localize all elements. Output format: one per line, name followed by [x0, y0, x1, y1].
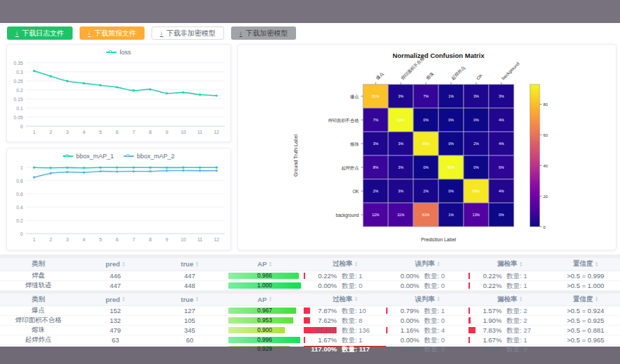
svg-text:1%: 1% [448, 94, 454, 98]
column-header-true[interactable]: true▲▼ [154, 258, 226, 271]
mis-rate-cell: 0.00%数量: 0 [386, 282, 468, 289]
column-header-漏检率[interactable]: 漏检率▲▼ [468, 294, 551, 306]
sort-icon[interactable]: ▲▼ [519, 296, 522, 302]
name-cell: 熔珠 [0, 326, 77, 335]
confidence-cell: >0.5 = 0.925 [551, 316, 620, 326]
svg-text:60: 60 [543, 133, 548, 137]
svg-text:11: 11 [198, 237, 202, 242]
svg-text:0.4: 0.4 [16, 205, 23, 210]
pred-cell: 132 [77, 316, 154, 326]
svg-text:Ground Truth Label: Ground Truth Label [293, 134, 298, 176]
svg-text:OK: OK [475, 73, 484, 81]
sort-icon[interactable]: ▲▼ [269, 261, 272, 267]
sort-icon[interactable]: ▲▼ [595, 296, 598, 302]
svg-text:10: 10 [181, 130, 186, 135]
metrics-table: 类别pred▲▼true▲▼AP▲▼过检率▲▼误判率▲▼漏检率▲▼置信度▲▼爆点… [0, 294, 620, 354]
over-rate-cell: 0.00%数量: 0 [304, 282, 386, 289]
svg-text:0.2: 0.2 [16, 88, 23, 93]
true-cell: 345 [154, 326, 226, 335]
svg-text:Normalized Confusion Matrix: Normalized Confusion Matrix [392, 52, 485, 59]
download-plain-model-button[interactable]: ↓ 下载非加密模型 [152, 26, 224, 40]
sort-icon[interactable]: ▲▼ [195, 296, 198, 302]
svg-text:20: 20 [543, 195, 548, 199]
svg-text:1: 1 [33, 237, 36, 242]
over-rate-cell: 39.42%数量: 136 [304, 326, 386, 334]
column-header-误判率[interactable]: 误判率▲▼ [386, 258, 468, 271]
name-cell: 焊缝轨迹 [0, 280, 77, 290]
svg-text:12: 12 [214, 130, 219, 135]
pred-cell: 63 [77, 335, 154, 345]
confusion-matrix-heatmap: Normalized Confusion Matrix81%3%7%1%3%3%… [238, 45, 616, 250]
column-header-类别: 类别 [0, 294, 77, 306]
pred-cell: 446 [77, 271, 154, 280]
svg-text:2%: 2% [473, 142, 479, 146]
miss-rate-cell: 0.00%数量: 0 [468, 345, 551, 353]
sort-icon[interactable]: ▲▼ [122, 296, 125, 302]
svg-text:4%: 4% [499, 189, 504, 193]
table-row: 起焊炸点63600.9961.67%数量: 10.00%数量: 01.67%数量… [0, 335, 620, 345]
svg-text:4: 4 [82, 237, 85, 242]
svg-text:9: 9 [165, 237, 168, 242]
column-header-pred[interactable]: pred▲▼ [77, 258, 154, 271]
column-header-true[interactable]: true▲▼ [154, 294, 226, 306]
svg-text:起焊炸点: 起焊炸点 [341, 165, 359, 171]
miss-rate-cell: 1.90%数量: 2 [468, 317, 551, 324]
svg-text:80: 80 [543, 103, 548, 107]
map-legend: bbox_mAP_1bbox_mAP_2 [7, 151, 230, 162]
toolbar: ↓ 下载日志文件 ↓ 下载简报文件 ↓ 下载非加密模型 ↓ 下载加密模型 [0, 23, 620, 43]
download-encrypted-model-button[interactable]: ↓ 下载加密模型 [231, 26, 297, 40]
svg-text:81%: 81% [372, 94, 380, 98]
svg-text:0%: 0% [423, 118, 429, 122]
svg-text:0%: 0% [473, 118, 479, 122]
mis-rate-cell: 0.00%数量: 0 [386, 345, 468, 353]
column-header-漏检率[interactable]: 漏检率▲▼ [468, 258, 551, 271]
svg-text:OK: OK [353, 189, 360, 194]
download-log-button[interactable]: ↓ 下载日志文件 [7, 26, 73, 40]
svg-text:11%: 11% [397, 213, 404, 217]
svg-text:熔珠: 熔珠 [350, 142, 359, 147]
mis-rate-cell: 0.00%数量: 0 [386, 336, 468, 344]
over-rate-cell: 0.22%数量: 1 [304, 272, 386, 280]
svg-text:7%: 7% [373, 118, 378, 122]
confidence-cell: >0.5 = 1.000 [551, 280, 620, 290]
sort-icon[interactable]: ▲▼ [122, 261, 125, 267]
column-header-过检率[interactable]: 过检率▲▼ [304, 258, 386, 271]
download-report-button[interactable]: ↓ 下载简报文件 [80, 26, 145, 40]
sort-icon[interactable]: ▲▼ [195, 261, 198, 267]
svg-text:0.8: 0.8 [16, 179, 23, 183]
map-chart-card: bbox_mAP_1bbox_mAP_2 00.20.40.60.8112345… [6, 148, 231, 250]
sort-icon[interactable]: ▲▼ [595, 261, 598, 267]
svg-text:0%: 0% [448, 118, 454, 122]
column-header-AP[interactable]: AP▲▼ [226, 294, 304, 306]
column-header-置信度[interactable]: 置信度▲▼ [551, 258, 620, 271]
column-header-AP[interactable]: AP▲▼ [226, 258, 304, 271]
loss-line-chart: 00.050.10.150.20.250.30.3512345678910111… [7, 58, 230, 139]
svg-text:0.3: 0.3 [16, 70, 23, 75]
confusion-matrix-card: Normalized Confusion Matrix81%3%7%1%3%3%… [237, 44, 617, 250]
over-rate-cell: 7.87%数量: 10 [304, 307, 386, 314]
legend-label: loss [119, 49, 131, 56]
column-header-误判率[interactable]: 误判率▲▼ [386, 294, 468, 306]
legend-item-bbox_mAP_1[interactable]: bbox_mAP_1 [63, 153, 114, 160]
sort-icon[interactable]: ▲▼ [355, 296, 357, 302]
sort-icon[interactable]: ▲▼ [437, 261, 440, 267]
column-header-置信度[interactable]: 置信度▲▼ [551, 294, 620, 306]
svg-text:61%: 61% [422, 213, 430, 217]
sort-icon[interactable]: ▲▼ [519, 261, 522, 267]
svg-text:2: 2 [50, 237, 52, 242]
legend-item-loss[interactable]: loss [106, 49, 131, 56]
download-plain-model-label: 下载非加密模型 [167, 29, 216, 38]
true-cell: 60 [154, 335, 226, 345]
column-header-pred[interactable]: pred▲▼ [77, 294, 154, 306]
sort-icon[interactable]: ▲▼ [437, 296, 440, 302]
sort-icon[interactable]: ▲▼ [269, 296, 272, 302]
svg-text:8%: 8% [373, 165, 378, 169]
svg-text:7%: 7% [423, 94, 429, 98]
download-encrypted-model-label: 下载加密模型 [246, 29, 288, 38]
legend-item-bbox_mAP_2[interactable]: bbox_mAP_2 [124, 153, 175, 160]
svg-text:background: background [336, 213, 359, 218]
column-header-过检率[interactable]: 过检率▲▼ [304, 294, 386, 306]
sort-icon[interactable]: ▲▼ [355, 261, 357, 267]
svg-text:11: 11 [198, 130, 202, 135]
svg-text:12%: 12% [372, 213, 380, 217]
